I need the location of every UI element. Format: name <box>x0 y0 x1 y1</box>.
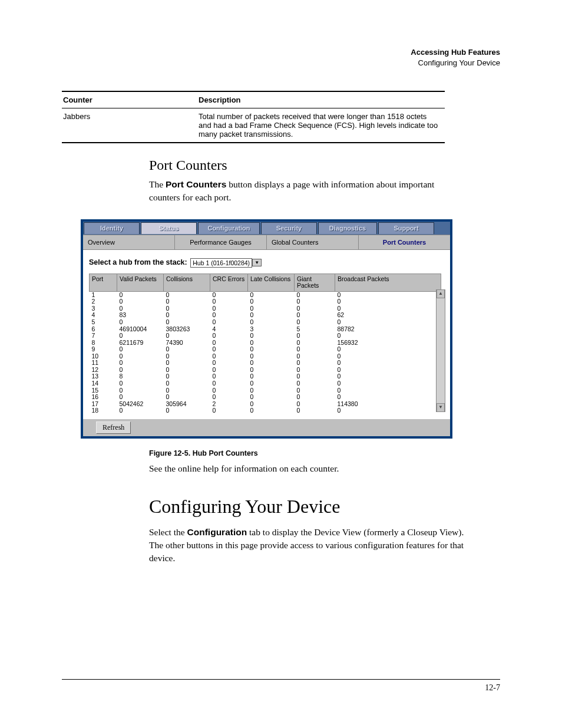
hub-select-row: Select a hub from the stack: Hub 1 (016-… <box>89 258 444 268</box>
port-counters-table: Port Valid Packets Collisions CRC Errors… <box>89 274 441 414</box>
table-row: 15000000 <box>90 387 441 394</box>
scroll-up-icon[interactable]: ▲ <box>437 289 445 298</box>
table-row: 13800000 <box>90 373 441 380</box>
col-crc-errors: CRC Errors <box>210 274 248 291</box>
tab-configuration[interactable]: Configuration <box>198 222 260 234</box>
refresh-button[interactable]: Refresh <box>96 421 131 434</box>
col-late-collisions: Late Collisions <box>248 274 295 291</box>
table-row: Jabbers Total number of packets received… <box>62 108 445 143</box>
tab-identity[interactable]: Identity <box>84 222 140 234</box>
cell-counter: Jabbers <box>62 108 197 143</box>
col-giant-packets: Giant Packets <box>295 274 335 291</box>
table-row: 14000000 <box>90 380 441 387</box>
chevron-down-icon[interactable]: ▼ <box>252 259 262 266</box>
table-row: 12000000 <box>90 367 441 374</box>
tab-diagnostics[interactable]: Diagnostics <box>318 222 377 234</box>
header-title: Accessing Hub Features <box>62 47 500 58</box>
subtab-performance-gauges[interactable]: Performance Gauges <box>175 235 267 249</box>
col-valid-packets: Valid Packets <box>117 274 164 291</box>
table-row: 175042462305964200114380 <box>90 401 441 408</box>
table-row: 483000062 <box>90 312 441 319</box>
configuring-device-heading: Configuring Your Device <box>149 496 464 518</box>
table-row: 16000000 <box>90 394 441 401</box>
table-row: 5000000 <box>90 319 441 326</box>
col-collisions: Collisions <box>164 274 210 291</box>
hub-ui-screenshot: Identity Status Configuration Security D… <box>81 219 452 439</box>
table-row: 9000000 <box>90 346 441 353</box>
page-header: Accessing Hub Features Configuring Your … <box>62 47 500 68</box>
tab-support[interactable]: Support <box>378 222 434 234</box>
table-row: 8621167974390000156932 <box>90 340 441 347</box>
table-row: 2000000 <box>90 298 441 305</box>
page-footer: 12-7 <box>62 679 500 693</box>
subtab-port-counters[interactable]: Port Counters <box>359 235 450 249</box>
header-subtitle: Configuring Your Device <box>62 58 500 68</box>
main-tabs: Identity Status Configuration Security D… <box>83 222 450 235</box>
table-row: 1000000 <box>90 291 441 298</box>
table-row: 7000000 <box>90 332 441 340</box>
table-row: 10000000 <box>90 353 441 360</box>
tab-status[interactable]: Status <box>141 222 197 234</box>
port-counters-intro: The Port Counters button displays a page… <box>149 178 464 203</box>
sub-tabs: Overview Performance Gauges Global Count… <box>83 235 450 250</box>
page-number: 12-7 <box>485 683 500 692</box>
figure-caption: Figure 12-5. Hub Port Counters <box>149 449 464 457</box>
col-broadcast-packets: Broadcast Packets <box>335 274 441 291</box>
scroll-down-icon[interactable]: ▼ <box>437 403 445 412</box>
table-scrollbar[interactable]: ▲ ▼ <box>436 289 445 412</box>
cell-description: Total number of packets received that we… <box>197 108 445 143</box>
counter-description-table: Counter Description Jabbers Total number… <box>62 91 445 143</box>
hub-select-label: Select a hub from the stack: <box>89 258 187 266</box>
subtab-overview[interactable]: Overview <box>83 235 175 249</box>
subtab-global-counters[interactable]: Global Counters <box>267 235 359 249</box>
table-row: 3000000 <box>90 305 441 312</box>
table-row: 18000000 <box>90 407 441 414</box>
col-port: Port <box>90 274 117 291</box>
after-figure-para: See the online help for information on e… <box>149 462 464 475</box>
configuring-device-para: Select the Configuration tab to display … <box>149 526 464 564</box>
th-counter: Counter <box>62 91 197 108</box>
tab-security[interactable]: Security <box>261 222 317 234</box>
hub-select[interactable]: Hub 1 (016-1f00284) <box>190 258 252 268</box>
port-counters-heading: Port Counters <box>149 157 464 173</box>
table-row: 11000000 <box>90 360 441 367</box>
th-description: Description <box>197 91 445 108</box>
table-row: 646910004380326343588782 <box>90 326 441 333</box>
